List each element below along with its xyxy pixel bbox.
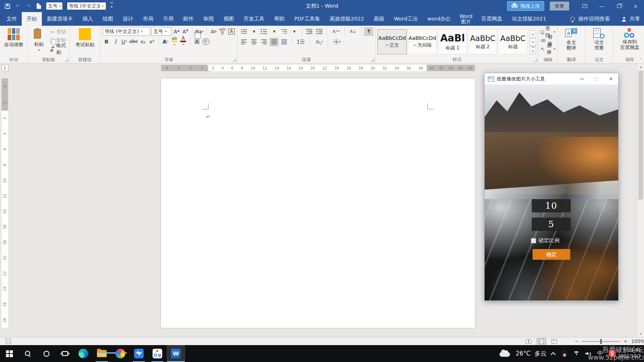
tab-typeset-2022[interactable]: 高效排版2022 <box>325 12 369 26</box>
collapse-ribbon-icon[interactable]: ˄ <box>640 58 642 62</box>
qq-tray-icon[interactable] <box>561 350 568 357</box>
tab-pdf-tools[interactable]: PDF工具集 <box>289 12 325 26</box>
save-to-netdisk-button[interactable]: 保存到百度网盘 <box>615 27 644 56</box>
paragraph-dialog-launcher-icon[interactable] <box>371 59 374 62</box>
ime-indicator[interactable]: 中 <box>597 350 603 357</box>
scroll-down-icon[interactable]: ▾ <box>638 331 644 337</box>
tab-word-gongfa[interactable]: Word工法 <box>389 12 422 26</box>
styles-scroll-up-button[interactable]: ▴ <box>530 30 536 38</box>
tab-design[interactable]: 设计 <box>118 12 138 26</box>
lock-ratio-checkbox[interactable] <box>531 238 536 243</box>
read-mode-button[interactable] <box>523 338 534 345</box>
start-button[interactable] <box>0 345 19 362</box>
width-input[interactable]: 10 <box>532 199 571 212</box>
tab-baidu-netdisk[interactable]: 百度网盘 <box>477 12 507 26</box>
zoom-slider-thumb[interactable] <box>600 339 602 344</box>
web-layout-button[interactable] <box>549 338 559 345</box>
file-explorer-button[interactable] <box>93 345 111 362</box>
undo-icon[interactable]: ↶ <box>14 3 21 9</box>
tab-developer[interactable]: 开发工具 <box>239 12 269 26</box>
taskbar-search-button[interactable] <box>19 345 37 362</box>
dialog-close-button[interactable]: × <box>604 73 618 84</box>
style-heading1[interactable]: AaBl 标题 1 <box>438 29 467 54</box>
paper-check-button[interactable]: 论文查重 <box>587 27 611 56</box>
minimize-button[interactable]: — <box>593 0 610 12</box>
font-size-combo[interactable]: 五号▾ <box>151 27 171 36</box>
tab-file[interactable]: 文件 <box>2 12 22 26</box>
tab-review[interactable]: 审阅 <box>198 12 219 26</box>
ribbon-display-options-button[interactable] <box>576 0 593 12</box>
style-no-spacing[interactable]: AaBbCcDd ↵无间隔 <box>408 29 437 54</box>
thunder-button[interactable] <box>130 345 148 362</box>
tab-new-custom[interactable]: 新建选项卡 <box>42 12 78 26</box>
scroll-up-icon[interactable]: ▴ <box>638 64 644 70</box>
height-input[interactable]: 5 <box>532 218 571 231</box>
exam-paste-button[interactable]: 考试粘贴 <box>72 27 98 56</box>
zoom-out-button[interactable]: − <box>575 339 578 344</box>
tab-insert[interactable]: 插入 <box>78 12 98 26</box>
zoom-slider[interactable] <box>582 341 620 342</box>
status-left-icon[interactable] <box>6 339 11 344</box>
multilevel-list-button[interactable] <box>280 27 289 36</box>
wifi-icon[interactable] <box>573 351 580 356</box>
tab-paper-typeset-2021[interactable]: 论文排版2021 <box>507 12 551 26</box>
format-painter-button[interactable]: 格式刷 <box>50 45 67 52</box>
text-effects-button[interactable]: A▾ <box>162 37 169 46</box>
tab-word-picture[interactable]: Word图片 <box>456 12 477 26</box>
volume-icon[interactable] <box>585 351 592 356</box>
borders-button[interactable]: ▾ <box>331 38 343 46</box>
highlight-color-button[interactable]: ab▾ <box>171 37 178 46</box>
weather-text[interactable]: 多云 <box>535 350 547 358</box>
cut-button[interactable]: ✂剪切 <box>50 29 67 35</box>
justify-button[interactable] <box>270 38 279 46</box>
bold-button[interactable]: B <box>103 37 110 46</box>
scrollbar-thumb[interactable] <box>638 71 643 200</box>
new-document-icon[interactable] <box>35 3 42 9</box>
change-case-button[interactable]: Aa▾ <box>195 27 204 36</box>
strikethrough-button[interactable]: abc <box>129 37 138 46</box>
superscript-button[interactable]: x² <box>148 37 156 46</box>
tab-word-office[interactable]: word办公 <box>423 12 456 26</box>
clear-formatting-button[interactable]: A <box>210 27 217 36</box>
ok-button[interactable]: 确定 <box>533 249 570 260</box>
character-shading-button[interactable]: A <box>193 37 201 46</box>
tab-view[interactable]: 视图 <box>219 12 239 26</box>
zoom-level[interactable]: 100% <box>630 339 644 344</box>
word-taskbar-button[interactable]: W <box>167 345 185 362</box>
bullets-button[interactable] <box>239 27 248 36</box>
edge-button[interactable] <box>74 345 93 362</box>
line-spacing-button[interactable]: ▾ <box>295 38 307 46</box>
style-normal[interactable]: AaBbCcDd ↵正文 <box>378 29 407 54</box>
qat-font-size-combo[interactable]: 五号▾ <box>46 2 63 10</box>
share-button[interactable]: 共享 <box>630 15 640 23</box>
tab-mailings[interactable]: 邮件 <box>178 12 198 26</box>
tab-help[interactable]: 帮助 <box>269 12 289 26</box>
zoom-in-button[interactable]: + <box>623 339 627 344</box>
redo-icon[interactable]: ↷ <box>25 3 31 9</box>
styles-gallery-more-button[interactable]: ▔▾ <box>530 46 536 54</box>
decrease-indent-button[interactable] <box>305 27 314 36</box>
auto-adjust-button[interactable]: 自动调整 <box>2 27 25 56</box>
align-right-button[interactable] <box>260 38 268 46</box>
paste-button[interactable]: 粘贴 ▾ <box>30 27 48 56</box>
close-button[interactable]: × <box>627 0 644 12</box>
tab-references[interactable]: 引用 <box>158 12 178 26</box>
task-view-button[interactable] <box>56 345 74 362</box>
dialog-minimize-button[interactable]: — <box>575 73 589 84</box>
show-hide-marks-button[interactable]: ¶ <box>364 27 373 36</box>
qat-font-name-combo[interactable]: 等线 (中文正文▾ <box>67 2 106 10</box>
tab-layout[interactable]: 布局 <box>138 12 158 26</box>
clipboard-dialog-launcher-icon[interactable] <box>65 59 68 62</box>
underline-button[interactable]: U▾ <box>120 37 128 46</box>
login-button[interactable]: 登录 <box>550 2 569 10</box>
pinwheel-app-button[interactable] <box>111 345 130 362</box>
asian-layout-button[interactable]: A▾ <box>330 27 342 36</box>
styles-scroll-down-button[interactable]: ▾ <box>530 38 536 46</box>
qat-customize-icon[interactable]: ▔▾ <box>110 4 113 8</box>
font-name-combo[interactable]: 等线 (中文正文)▾ <box>103 27 150 36</box>
tab-home[interactable]: 开始 <box>22 12 42 26</box>
style-title[interactable]: AaBbC 标题 <box>498 29 527 54</box>
baidu-netdisk-button[interactable] <box>148 345 167 362</box>
styles-dialog-launcher-icon[interactable] <box>534 59 537 62</box>
document-page[interactable]: ↵ <box>161 78 475 328</box>
